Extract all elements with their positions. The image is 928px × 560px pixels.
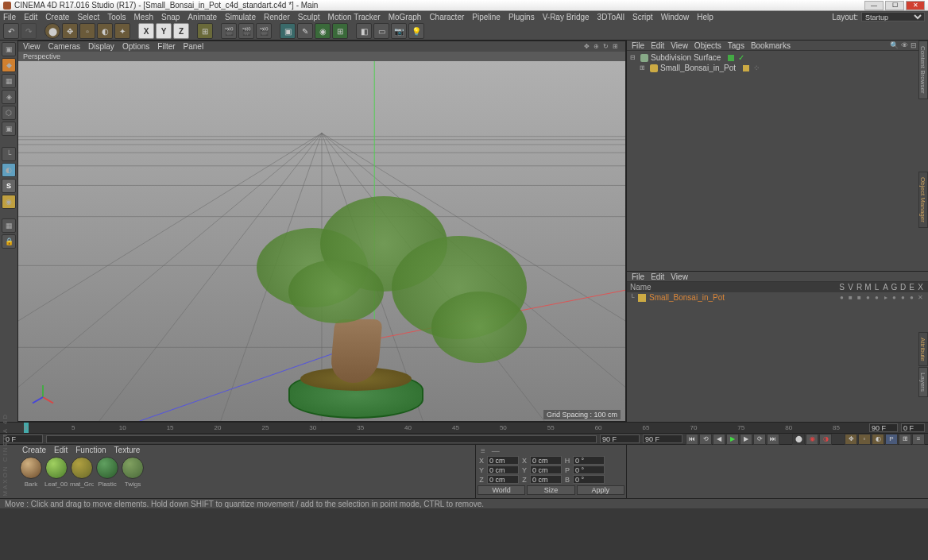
om-menu-tags[interactable]: Tags [728,41,744,50]
coord-x-pos[interactable] [487,456,519,465]
render-settings-button[interactable]: 🎬 [256,23,272,39]
layer-d[interactable]: ● [899,294,907,301]
expand-icon[interactable]: ⊞ [640,64,648,71]
edge-mode-tool[interactable]: ▣ [2,122,16,136]
lh-l[interactable]: L [872,283,881,292]
object-row-bonsai[interactable]: ⊞ Small_Bonsai_in_Pot ⁘ [628,63,926,73]
mat-menu-texture[interactable]: Texture [114,446,141,454]
menu-edit[interactable]: Edit [24,13,37,21]
lh-r[interactable]: R [855,283,864,292]
minimize-button[interactable]: — [864,1,884,10]
timeline-track[interactable]: 051015202530354045505560657075808590 [24,423,880,433]
object-tree[interactable]: ⊟ Subdivision Surface ✓ ⊞ Small_Bonsai_i… [627,51,928,271]
x-axis-lock[interactable]: X [138,23,154,39]
lh-v[interactable]: V [846,283,855,292]
viewport-solo-tool[interactable]: ◐ [2,163,16,177]
mat-menu-edit[interactable]: Edit [54,446,68,454]
move-tool[interactable]: ✥ [62,23,78,39]
material-leaf[interactable]: Leaf_001 [44,457,68,488]
tab-content-browser[interactable]: Content Browser [918,41,928,99]
dopesheet-button[interactable]: ≡ [912,434,925,445]
om-eye-icon[interactable]: 👁 [901,41,908,49]
layer-color-icon[interactable] [638,294,646,302]
axis-tool[interactable]: └ [2,147,16,161]
menu-mograph[interactable]: MoGraph [389,13,422,21]
next-key-button[interactable]: ⟳ [753,434,766,445]
coord-h-rot[interactable] [573,456,605,465]
coord-mode-world[interactable]: World [478,485,525,495]
render-view-button[interactable]: 🎬 [221,23,237,39]
layer-v[interactable]: ■ [846,294,855,301]
maximize-button[interactable]: ☐ [885,1,904,10]
locked-workplane-tool[interactable]: ◉ [2,195,16,209]
timeline-goto-field[interactable] [643,434,682,443]
cube-primitive-button[interactable]: ▣ [280,23,296,39]
coord-y-pos[interactable] [487,465,519,474]
vp-menu-cameras[interactable]: Cameras [48,42,81,51]
om-menu-objects[interactable]: Objects [694,41,721,50]
scale-key-button[interactable]: ▫ [858,434,871,445]
om-menu-bookmarks[interactable]: Bookmarks [751,41,791,50]
menu-3dtoall[interactable]: 3DToAll [597,13,624,21]
menu-select[interactable]: Select [77,13,99,21]
param-key-button[interactable]: P [885,434,898,445]
menu-simulate[interactable]: Simulate [225,13,256,21]
material-plastic[interactable]: Plastic [95,457,119,488]
timeline-ruler[interactable]: 051015202530354045505560657075808590 [0,422,928,433]
prev-frame-button[interactable]: ◀ [713,434,725,445]
rotate-tool[interactable]: ◐ [97,23,113,39]
lh-s[interactable]: S [837,283,846,292]
viewport[interactable]: Grid Spacing : 100 cm [18,61,625,421]
timeline-range-end-field[interactable] [600,434,640,443]
tab-object-manager[interactable]: Object Manager [918,172,928,228]
play-button[interactable]: ▶ [726,434,739,445]
z-axis-lock[interactable]: Z [173,23,189,39]
lp-menu-file[interactable]: File [632,272,644,281]
coord-system-button[interactable]: ⊞ [197,23,213,39]
layer-r[interactable]: ■ [855,294,864,301]
vp-nav-icon[interactable]: ✥ [584,43,592,51]
layer-tag[interactable] [743,65,749,71]
coord-mode-size[interactable]: Size [527,485,574,495]
next-frame-button[interactable]: ▶ [740,434,752,445]
menu-tools[interactable]: Tools [107,13,126,21]
mat-menu-create[interactable]: Create [22,446,46,454]
vp-menu-panel[interactable]: Panel [184,42,204,51]
layout-dropdown[interactable]: Startup [861,12,925,21]
om-menu-file[interactable]: File [632,41,644,50]
subdivision-button[interactable]: ◉ [315,23,331,39]
lp-menu-view[interactable]: View [671,272,688,281]
lh-m[interactable]: M [864,283,872,292]
om-menu-view[interactable]: View [671,41,688,50]
vp-rotate-icon[interactable]: ↻ [603,43,611,51]
lh-g[interactable]: G [890,283,899,292]
make-editable-tool[interactable]: ▣ [2,42,16,56]
timeline-end-field-2[interactable] [901,423,925,432]
coord-x-size[interactable] [530,456,562,465]
y-axis-lock[interactable]: Y [156,23,172,39]
record-button[interactable]: ⬤ [792,434,805,445]
material-twigs[interactable]: Twigs [121,457,145,488]
redo-button[interactable]: ↷ [21,23,37,39]
om-menu-edit[interactable]: Edit [651,41,664,50]
expand-icon[interactable]: ⊟ [630,54,638,61]
enable-icon[interactable]: ✓ [738,53,744,62]
menu-vray[interactable]: V-Ray Bridge [543,13,590,21]
menu-pipeline[interactable]: Pipeline [472,13,501,21]
material-list[interactable]: Bark Leaf_001 mat_Ground Plastic Twigs [17,455,475,498]
bend-button[interactable]: ◧ [356,23,372,39]
menu-snap[interactable]: Snap [161,13,180,21]
tab-layers[interactable]: Layers [918,367,928,397]
snap-tool[interactable]: S [2,179,16,193]
layer-expand-icon[interactable]: └ [630,294,638,301]
material-bark[interactable]: Bark [19,457,43,488]
om-search-icon[interactable]: 🔍 [890,41,899,49]
undo-button[interactable]: ↶ [3,23,19,39]
model-mode-tool[interactable]: ◆ [2,58,16,72]
rot-key-button[interactable]: ◐ [872,434,884,445]
vp-menu-display[interactable]: Display [88,42,114,51]
planar-workplane-tool[interactable]: ▦ [2,218,16,233]
coord-p-rot[interactable] [573,465,605,474]
menu-render[interactable]: Render [264,13,290,21]
workplane-tool[interactable]: ◈ [2,90,16,104]
